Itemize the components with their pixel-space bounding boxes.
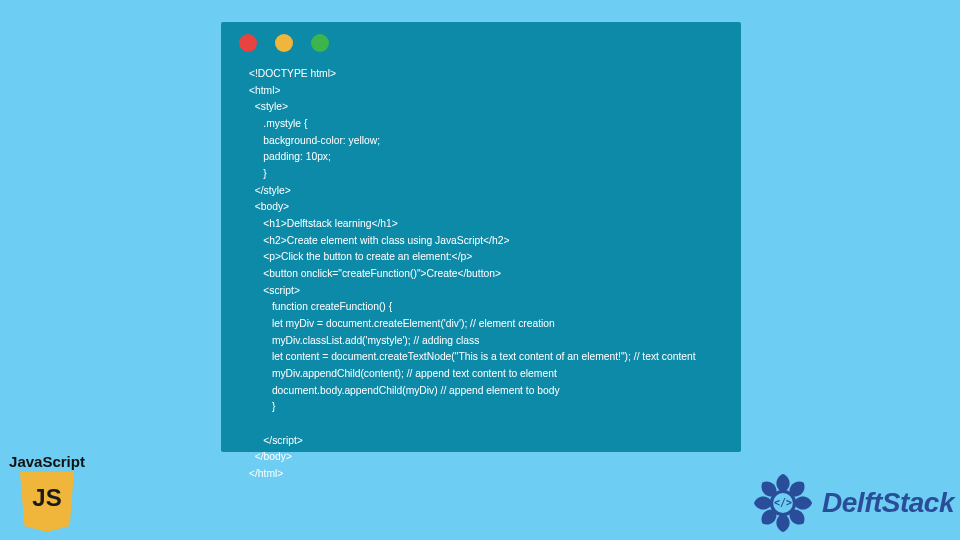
svg-text:</>: </> — [774, 497, 792, 508]
javascript-badge: JavaScript JS — [2, 453, 92, 532]
code-block: <!DOCTYPE html> <html> <style> .mystyle … — [221, 60, 741, 493]
javascript-label: JavaScript — [2, 453, 92, 470]
javascript-shield-text: JS — [20, 484, 74, 512]
close-icon[interactable] — [239, 34, 257, 52]
javascript-shield-icon: JS — [20, 472, 74, 532]
maximize-icon[interactable] — [311, 34, 329, 52]
delftstack-brand-text: DelftStack — [822, 487, 954, 519]
delftstack-badge: </> DelftStack — [750, 470, 954, 536]
minimize-icon[interactable] — [275, 34, 293, 52]
window-traffic-lights — [221, 22, 741, 60]
code-window: <!DOCTYPE html> <html> <style> .mystyle … — [221, 22, 741, 452]
delftstack-logo-icon: </> — [750, 470, 816, 536]
